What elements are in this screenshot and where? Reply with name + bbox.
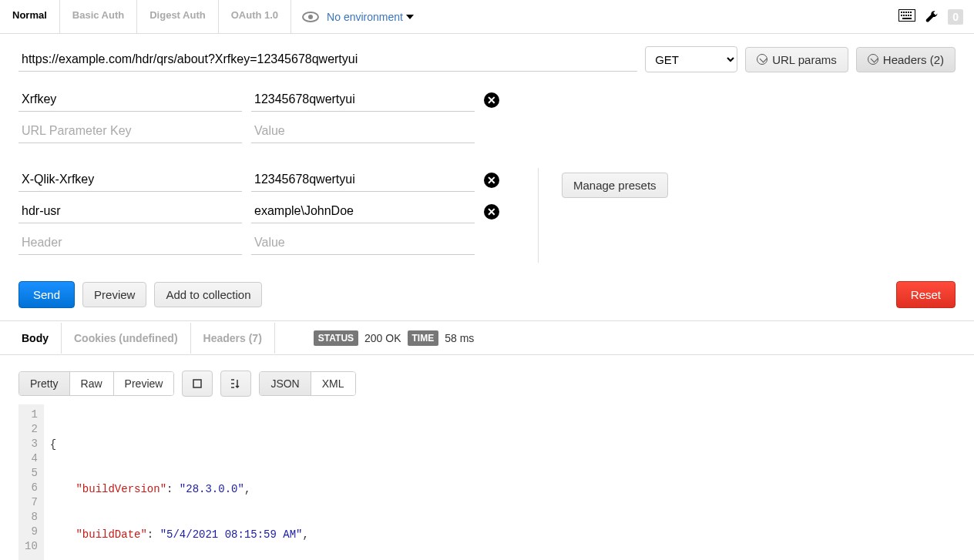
auth-tab-oauth1[interactable]: OAuth 1.0 xyxy=(219,0,291,33)
svg-rect-4 xyxy=(908,12,909,13)
svg-rect-2 xyxy=(903,12,905,13)
body-buildDate: "5/4/2021 08:15:59 AM" xyxy=(160,528,303,541)
delete-header-icon[interactable]: ✕ xyxy=(484,204,499,220)
reset-button[interactable]: Reset xyxy=(896,281,956,308)
svg-rect-1 xyxy=(901,12,902,13)
send-button[interactable]: Send xyxy=(18,281,75,308)
param-key-input-empty[interactable] xyxy=(18,119,242,143)
param-value-input-empty[interactable] xyxy=(251,119,475,143)
response-tab-body[interactable]: Body xyxy=(9,323,62,354)
format-group: JSON XML xyxy=(259,371,355,396)
response-tab-headers[interactable]: Headers (7) xyxy=(191,323,275,354)
svg-rect-3 xyxy=(905,12,907,13)
delete-header-icon[interactable]: ✕ xyxy=(484,173,499,188)
line-wrap-icon[interactable] xyxy=(220,371,251,397)
param-key-input[interactable] xyxy=(18,88,242,112)
header-value-input[interactable] xyxy=(251,200,475,223)
header-key-input[interactable] xyxy=(18,168,242,192)
auth-tab-normal[interactable]: Normal xyxy=(0,0,60,33)
delete-param-icon[interactable]: ✕ xyxy=(484,92,499,108)
view-preview[interactable]: Preview xyxy=(114,372,174,395)
url-input[interactable] xyxy=(18,48,637,72)
time-text: 58 ms xyxy=(445,332,474,344)
view-pretty[interactable]: Pretty xyxy=(19,372,70,395)
body-buildVersion: "28.3.0.0" xyxy=(180,483,244,495)
http-method-select[interactable]: GET xyxy=(645,46,737,72)
url-params-section: ✕ xyxy=(18,88,956,143)
header-value-input-empty[interactable] xyxy=(251,231,475,255)
add-to-collection-button[interactable]: Add to collection xyxy=(154,282,262,307)
line-gutter: 12345678910 xyxy=(18,404,44,560)
status-label: STATUS xyxy=(314,330,358,346)
headers-button[interactable]: Headers (2) xyxy=(856,47,956,72)
headers-section: ✕ ✕ xyxy=(18,168,499,263)
svg-rect-7 xyxy=(903,15,905,16)
wrench-icon[interactable] xyxy=(925,10,939,24)
chevron-down-icon xyxy=(406,15,414,19)
svg-rect-10 xyxy=(910,15,912,16)
status-text: 200 OK xyxy=(364,332,401,344)
view-mode-group: Pretty Raw Preview xyxy=(18,371,174,396)
environment-selector[interactable]: No environment xyxy=(327,11,414,23)
eye-icon[interactable] xyxy=(302,12,319,22)
svg-rect-8 xyxy=(905,15,907,16)
copy-icon[interactable] xyxy=(182,371,213,397)
format-json[interactable]: JSON xyxy=(260,372,311,395)
environment-label: No environment xyxy=(327,11,403,23)
response-tab-cookies[interactable]: Cookies (undefined) xyxy=(62,323,191,354)
auth-tab-basic[interactable]: Basic Auth xyxy=(60,0,137,33)
view-raw[interactable]: Raw xyxy=(70,372,114,395)
history-count-badge[interactable]: 0 xyxy=(948,9,963,25)
edit-icon xyxy=(757,54,767,65)
svg-rect-11 xyxy=(902,18,912,19)
svg-rect-12 xyxy=(193,380,201,387)
manage-presets-button[interactable]: Manage presets xyxy=(562,173,668,198)
url-params-button[interactable]: URL params xyxy=(745,47,848,72)
header-value-input[interactable] xyxy=(251,168,475,192)
response-body-code[interactable]: { "buildVersion": "28.3.0.0", "buildDate… xyxy=(44,404,374,560)
svg-rect-6 xyxy=(901,15,902,16)
format-xml[interactable]: XML xyxy=(311,372,355,395)
edit-icon xyxy=(868,54,878,65)
time-label: TIME xyxy=(408,330,439,346)
preview-button[interactable]: Preview xyxy=(82,282,146,307)
svg-rect-9 xyxy=(908,15,909,16)
param-value-input[interactable] xyxy=(251,88,475,112)
keyboard-icon[interactable] xyxy=(898,9,915,24)
svg-rect-5 xyxy=(910,12,912,13)
header-key-input-empty[interactable] xyxy=(18,231,242,255)
auth-tab-digest[interactable]: Digest Auth xyxy=(137,0,218,33)
response-body-viewer: 12345678910 { "buildVersion": "28.3.0.0"… xyxy=(0,404,974,560)
header-key-input[interactable] xyxy=(18,200,242,223)
